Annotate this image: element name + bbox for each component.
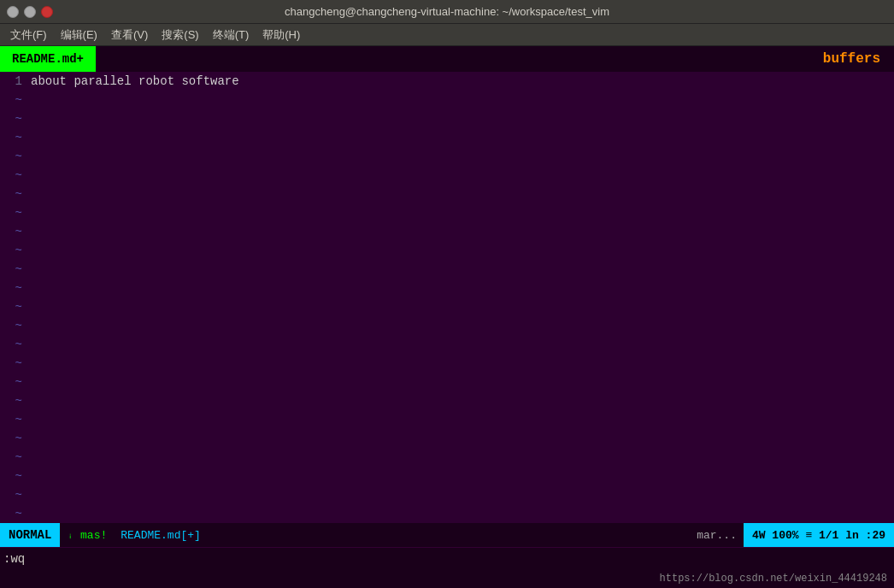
maximize-button[interactable] (24, 6, 36, 18)
active-tab[interactable]: README.md+ (0, 46, 96, 72)
line-num-tilde-21: ~ (0, 467, 22, 485)
line-num-tilde-5: ~ (0, 166, 22, 185)
line-num-tilde-14: ~ (0, 335, 22, 354)
vim-mode-badge: NORMAL (0, 523, 60, 547)
line-num-tilde-3: ~ (0, 128, 22, 147)
editor-area: 1 ~ ~ ~ ~ ~ ~ ~ ~ ~ ~ ~ ~ ~ ~ ~ ~ ~ ~ ~ … (0, 72, 894, 523)
line-num-tilde-7: ~ (0, 203, 22, 222)
line-numbers: 1 ~ ~ ~ ~ ~ ~ ~ ~ ~ ~ ~ ~ ~ ~ ~ ~ ~ ~ ~ … (0, 72, 27, 523)
line-num-tilde-15: ~ (0, 354, 22, 373)
code-line-1: about parallel robot software (31, 72, 894, 91)
line-num-1: 1 (0, 72, 22, 91)
window-title: changcheng@changcheng-virtual-machine: ~… (58, 5, 836, 18)
line-num-tilde-8: ~ (0, 222, 22, 241)
line-num-tilde-10: ~ (0, 260, 22, 279)
buffers-label: buffers (823, 46, 894, 72)
git-branch-info: ꜟ mas! (60, 528, 114, 542)
bottom-bar: https://blog.csdn.net/weixin_44419248 (0, 569, 894, 588)
line-num-tilde-19: ~ (0, 429, 22, 448)
menu-search[interactable]: 搜索(S) (155, 26, 205, 44)
close-button[interactable] (41, 6, 53, 18)
line-num-tilde-4: ~ (0, 147, 22, 166)
line-num-tilde-9: ~ (0, 241, 22, 260)
line-num-tilde-1: ~ (0, 91, 22, 109)
file-stats: 4W 100% ≡ 1/1 ln :29 (744, 523, 894, 547)
menu-bar: 文件(F) 编辑(E) 查看(V) 搜索(S) 终端(T) 帮助(H) (0, 24, 894, 46)
editor-content[interactable]: about parallel robot software (27, 72, 894, 523)
line-num-tilde-22: ~ (0, 485, 22, 504)
status-bar: NORMAL ꜟ mas! README.md[+] mar... 4W 100… (0, 523, 894, 547)
menu-terminal[interactable]: 终端(T) (206, 26, 256, 44)
minimize-button[interactable] (7, 6, 19, 18)
line-num-tilde-2: ~ (0, 109, 22, 128)
line-num-tilde-17: ~ (0, 391, 22, 410)
line-num-tilde-13: ~ (0, 316, 22, 335)
tab-bar: README.md+ buffers (0, 46, 894, 72)
menu-view[interactable]: 查看(V) (104, 26, 155, 44)
line-num-tilde-23: ~ (0, 504, 22, 523)
title-bar: changcheng@changcheng-virtual-machine: ~… (0, 0, 894, 24)
menu-edit[interactable]: 编辑(E) (54, 26, 104, 44)
line-num-tilde-11: ~ (0, 279, 22, 297)
file-name-status: README.md[+] (114, 529, 208, 542)
command-line[interactable]: :wq (0, 547, 894, 569)
line-num-tilde-6: ~ (0, 185, 22, 203)
url-text: https://blog.csdn.net/weixin_44419248 (660, 573, 887, 585)
line-num-tilde-18: ~ (0, 410, 22, 429)
menu-file[interactable]: 文件(F) (3, 26, 54, 44)
line-num-tilde-12: ~ (0, 297, 22, 316)
line-num-tilde-20: ~ (0, 448, 22, 467)
branch-short: mar... (690, 529, 744, 542)
command-input[interactable]: :wq (3, 552, 25, 566)
menu-help[interactable]: 帮助(H) (256, 26, 307, 44)
line-num-tilde-16: ~ (0, 373, 22, 391)
